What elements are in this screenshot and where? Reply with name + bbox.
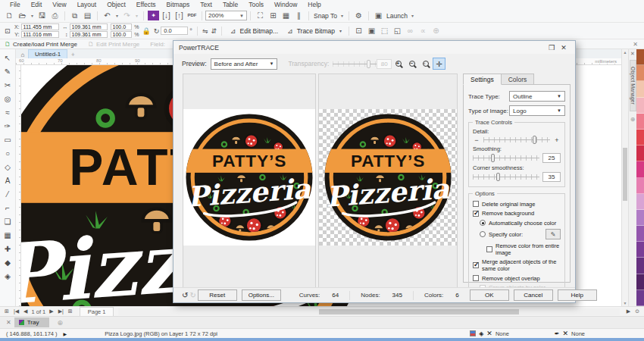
first-page-icon[interactable]: |◀ [11,308,21,314]
corner-smoothness-slider[interactable] [473,173,539,181]
merge-adjacent-checkbox[interactable]: Merge adjacent objects of the same color [473,258,561,272]
color-swatch[interactable] [636,274,644,290]
add-property-icon[interactable]: ⊕ [430,25,442,36]
text-tool[interactable]: A [2,174,14,187]
connector-tool[interactable]: ⌐ [2,201,14,214]
checkbox-box[interactable] [473,275,479,281]
checkbox-box[interactable] [473,201,479,207]
search-content-icon[interactable]: ✦ [148,11,159,20]
new-document-icon[interactable]: 🗋 [4,10,15,21]
checkbox-box[interactable] [486,246,492,252]
color-swatch[interactable] [636,210,644,226]
scrollbar-thumb[interactable] [623,148,627,201]
checkbox-box[interactable] [473,211,479,217]
close-icon[interactable]: ✕ [558,44,570,52]
transparency-slider[interactable] [333,60,377,68]
object-manager-tab[interactable]: Object Manager [630,60,636,111]
color-swatch[interactable] [636,242,644,258]
wrap-text-icon[interactable]: ⊡ [353,25,364,36]
zoom-fit-button[interactable]: ▫ [419,58,432,70]
after-preview-pane[interactable] [318,74,458,289]
height-field[interactable]: 109.361 mm [70,31,108,38]
width-field[interactable]: 109.361 mm [70,23,108,30]
color-swatch[interactable] [636,290,644,306]
image-type-select[interactable]: Logo▼ [509,105,565,116]
radio-box[interactable] [480,220,486,226]
add-page-icon[interactable]: ⊞ [2,308,11,314]
transparency-tool[interactable]: ▦ [2,228,14,242]
scale-x-field[interactable]: 100.0 [111,23,132,30]
smart-fill-tool[interactable]: ◈ [2,269,14,283]
pan-button[interactable]: ✛ [433,58,445,70]
publish-pdf-icon[interactable]: PDF [186,10,198,21]
zoom-out-button[interactable]: − [405,58,418,70]
rectangle-tool[interactable]: ▭ [2,133,14,146]
shape-tool[interactable]: ✎ [2,64,14,78]
zoom-level-select[interactable]: 200%▼ [205,11,247,20]
rotation-angle-field[interactable]: 0.0 [161,27,188,35]
next-page-icon[interactable]: ▶ [47,308,55,314]
menu-item[interactable]: Window [269,1,302,8]
polygon-tool[interactable]: ◇ [2,160,14,174]
add-page-end-icon[interactable]: ⊞ [66,308,75,314]
show-guidelines-icon[interactable]: ∥ [293,10,305,21]
radio-box[interactable] [480,231,486,237]
last-page-icon[interactable]: ▶| [56,308,66,314]
mirror-vertical-icon[interactable]: ⇵ [211,27,217,35]
show-grid-icon[interactable]: ▦ [280,10,292,21]
tab-colors[interactable]: Colors [501,74,535,85]
vertical-scrollbar[interactable]: ▲ ▼ [621,49,628,306]
y-position-field[interactable]: 111.016 mm [21,31,59,38]
options-gear-icon[interactable]: ⚙ [353,10,364,21]
add-tray-icon[interactable]: ⊕ [57,319,63,327]
menu-item[interactable]: Effects [131,1,161,8]
smoothing-slider[interactable] [473,154,539,162]
menu-item[interactable]: File [5,1,26,8]
slider-thumb[interactable] [496,173,500,181]
remove-overlap-checkbox[interactable]: Remove object overlap [473,275,561,282]
document-tab[interactable]: Untitled-1 [28,49,67,58]
menu-item[interactable]: View [47,1,71,8]
crop-tool[interactable]: ✂ [2,78,14,92]
edit-print-merge-button[interactable]: 🗋Edit Print Merge [88,41,139,48]
new-tab-icon[interactable]: ＋ [67,50,78,58]
color-swatch[interactable] [636,49,644,65]
auto-choose-color-radio[interactable]: Automatically choose color [480,220,561,227]
unlink-icon[interactable]: ∝ [417,25,429,36]
mirror-horizontal-icon[interactable]: ⇋ [202,27,208,35]
full-screen-preview-icon[interactable]: ⛶ [255,10,266,21]
undo-caret-icon[interactable]: ▾ [114,10,120,21]
open-icon[interactable]: 🗁 [17,10,28,21]
export-icon[interactable]: [↑] [174,10,185,21]
redo-caret-icon[interactable]: ▾ [134,10,139,21]
remove-background-checkbox[interactable]: Remove background [473,210,561,217]
show-rulers-icon[interactable]: ⊞ [267,10,279,21]
save-icon[interactable]: 🖫 [36,10,48,21]
dimension-tool[interactable]: ⁄ [2,187,14,201]
color-swatch[interactable] [636,226,644,242]
color-swatch[interactable] [636,130,644,145]
frame-icon[interactable]: ▣ [366,25,377,36]
previous-page-icon[interactable]: ◀ [21,308,30,314]
expand-icon[interactable]: ▶ [64,331,67,336]
trace-bitmap-button[interactable]: ⊿Trace Bitmap▾ [282,25,345,36]
reset-button[interactable]: Reset [198,289,237,301]
lock-ratio-icon[interactable]: 🔒 [142,27,151,35]
zoom-in-button[interactable]: + [392,58,405,70]
horizontal-scrollbar[interactable] [118,308,619,315]
preview-select[interactable]: Before and After▼ [211,58,278,70]
color-swatch[interactable] [636,145,644,161]
home-icon[interactable]: ⌂ [17,52,28,58]
close-toolbar-icon[interactable]: ✕ [633,41,639,48]
interactive-fill-tool[interactable]: ◆ [2,255,14,269]
create-print-merge-button[interactable]: 🗋Create/load Print Merge [5,41,77,48]
trace-type-select[interactable]: Outline▼ [509,91,565,102]
transparency-value-field[interactable]: 80 [377,59,392,69]
color-swatch[interactable] [636,81,644,97]
slider-thumb[interactable] [533,136,536,144]
color-swatch[interactable] [636,65,644,81]
options-button[interactable]: Options... [242,289,281,301]
close-docker-icon[interactable]: ✕ [630,49,635,58]
cancel-button[interactable]: Cancel [514,289,553,301]
help-button[interactable]: Help [558,289,597,301]
